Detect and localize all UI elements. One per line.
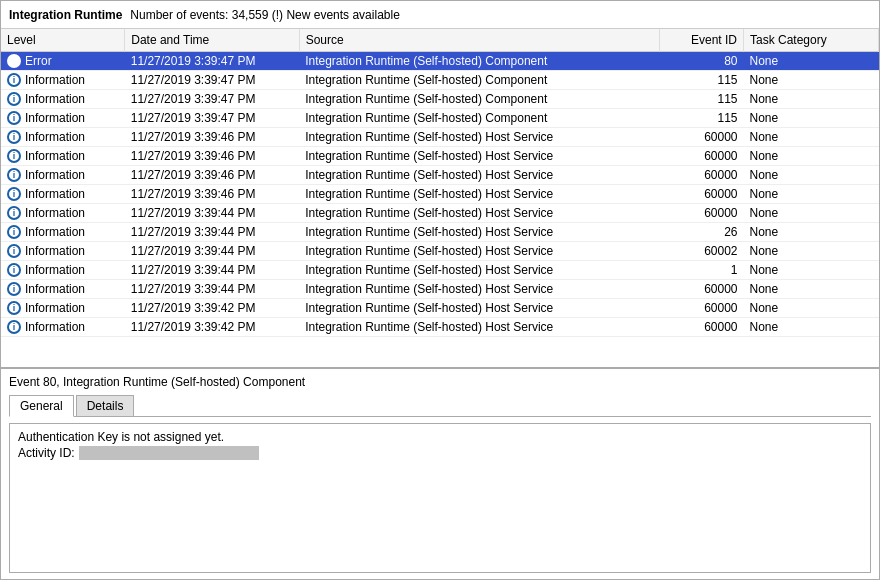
cell-level: iInformation: [1, 128, 125, 147]
level-text: Information: [25, 320, 85, 334]
info-icon: i: [7, 187, 21, 201]
cell-eventid: 60000: [659, 185, 743, 204]
detail-title: Event 80, Integration Runtime (Self-host…: [9, 375, 871, 389]
cell-source: Integration Runtime (Self-hosted) Host S…: [299, 147, 659, 166]
level-text: Information: [25, 282, 85, 296]
cell-taskcategory: None: [744, 242, 879, 261]
cell-taskcategory: None: [744, 261, 879, 280]
cell-level: iInformation: [1, 299, 125, 318]
cell-datetime: 11/27/2019 3:39:46 PM: [125, 147, 299, 166]
col-header-datetime[interactable]: Date and Time: [125, 29, 299, 52]
cell-eventid: 115: [659, 90, 743, 109]
info-icon: i: [7, 244, 21, 258]
col-header-eventid[interactable]: Event ID: [659, 29, 743, 52]
table-row[interactable]: iInformation11/27/2019 3:39:42 PMIntegra…: [1, 318, 879, 337]
cell-eventid: 60000: [659, 204, 743, 223]
cell-source: Integration Runtime (Self-hosted) Host S…: [299, 204, 659, 223]
activity-id-row: Activity ID:: [18, 446, 862, 460]
cell-source: Integration Runtime (Self-hosted) Host S…: [299, 318, 659, 337]
cell-taskcategory: None: [744, 128, 879, 147]
cell-level: iInformation: [1, 261, 125, 280]
cell-taskcategory: None: [744, 166, 879, 185]
col-header-level[interactable]: Level: [1, 29, 125, 52]
info-icon: i: [7, 149, 21, 163]
cell-datetime: 11/27/2019 3:39:47 PM: [125, 52, 299, 71]
table-row[interactable]: iInformation11/27/2019 3:39:46 PMIntegra…: [1, 166, 879, 185]
tab-details[interactable]: Details: [76, 395, 135, 417]
table-row[interactable]: iInformation11/27/2019 3:39:44 PMIntegra…: [1, 280, 879, 299]
table-row[interactable]: iInformation11/27/2019 3:39:44 PMIntegra…: [1, 204, 879, 223]
events-table: Level Date and Time Source Event ID Task…: [1, 29, 879, 337]
cell-level: ✕Error: [1, 52, 125, 71]
cell-eventid: 60000: [659, 128, 743, 147]
table-header-row: Level Date and Time Source Event ID Task…: [1, 29, 879, 52]
table-row[interactable]: iInformation11/27/2019 3:39:47 PMIntegra…: [1, 109, 879, 128]
detail-line1: Authentication Key is not assigned yet.: [18, 430, 862, 444]
cell-datetime: 11/27/2019 3:39:47 PM: [125, 71, 299, 90]
cell-taskcategory: None: [744, 90, 879, 109]
info-icon: i: [7, 130, 21, 144]
table-row[interactable]: iInformation11/27/2019 3:39:42 PMIntegra…: [1, 299, 879, 318]
detail-area: Event 80, Integration Runtime (Self-host…: [1, 369, 879, 579]
cell-source: Integration Runtime (Self-hosted) Host S…: [299, 299, 659, 318]
cell-level: iInformation: [1, 280, 125, 299]
table-row[interactable]: iInformation11/27/2019 3:39:44 PMIntegra…: [1, 223, 879, 242]
col-header-source[interactable]: Source: [299, 29, 659, 52]
cell-datetime: 11/27/2019 3:39:44 PM: [125, 242, 299, 261]
table-row[interactable]: ✕Error11/27/2019 3:39:47 PMIntegration R…: [1, 52, 879, 71]
cell-taskcategory: None: [744, 147, 879, 166]
cell-taskcategory: None: [744, 223, 879, 242]
table-row[interactable]: iInformation11/27/2019 3:39:44 PMIntegra…: [1, 242, 879, 261]
table-row[interactable]: iInformation11/27/2019 3:39:46 PMIntegra…: [1, 128, 879, 147]
info-icon: i: [7, 168, 21, 182]
cell-datetime: 11/27/2019 3:39:44 PM: [125, 261, 299, 280]
info-icon: i: [7, 263, 21, 277]
cell-datetime: 11/27/2019 3:39:42 PM: [125, 318, 299, 337]
cell-source: Integration Runtime (Self-hosted) Host S…: [299, 242, 659, 261]
level-text: Information: [25, 301, 85, 315]
cell-taskcategory: None: [744, 204, 879, 223]
title-bar: Integration Runtime Number of events: 34…: [1, 1, 879, 29]
table-row[interactable]: iInformation11/27/2019 3:39:46 PMIntegra…: [1, 147, 879, 166]
cell-datetime: 11/27/2019 3:39:44 PM: [125, 223, 299, 242]
info-icon: i: [7, 225, 21, 239]
cell-source: Integration Runtime (Self-hosted) Host S…: [299, 185, 659, 204]
table-row[interactable]: iInformation11/27/2019 3:39:44 PMIntegra…: [1, 261, 879, 280]
cell-taskcategory: None: [744, 318, 879, 337]
error-icon: ✕: [7, 54, 21, 68]
cell-eventid: 115: [659, 71, 743, 90]
detail-tabs: General Details: [9, 395, 871, 417]
cell-taskcategory: None: [744, 71, 879, 90]
cell-taskcategory: None: [744, 185, 879, 204]
detail-content-box: Authentication Key is not assigned yet. …: [9, 423, 871, 573]
table-row[interactable]: iInformation11/27/2019 3:39:46 PMIntegra…: [1, 185, 879, 204]
table-row[interactable]: iInformation11/27/2019 3:39:47 PMIntegra…: [1, 90, 879, 109]
cell-eventid: 80: [659, 52, 743, 71]
level-text: Error: [25, 54, 52, 68]
level-text: Information: [25, 92, 85, 106]
info-icon: i: [7, 301, 21, 315]
info-icon: i: [7, 206, 21, 220]
level-text: Information: [25, 168, 85, 182]
events-table-container[interactable]: Level Date and Time Source Event ID Task…: [1, 29, 879, 369]
cell-datetime: 11/27/2019 3:39:46 PM: [125, 166, 299, 185]
cell-datetime: 11/27/2019 3:39:42 PM: [125, 299, 299, 318]
level-text: Information: [25, 187, 85, 201]
cell-source: Integration Runtime (Self-hosted) Compon…: [299, 52, 659, 71]
col-header-taskcategory[interactable]: Task Category: [744, 29, 879, 52]
cell-source: Integration Runtime (Self-hosted) Compon…: [299, 109, 659, 128]
cell-taskcategory: None: [744, 52, 879, 71]
tab-general[interactable]: General: [9, 395, 74, 417]
activity-id-value: [79, 446, 259, 460]
cell-datetime: 11/27/2019 3:39:46 PM: [125, 185, 299, 204]
info-icon: i: [7, 282, 21, 296]
cell-level: iInformation: [1, 109, 125, 128]
table-row[interactable]: iInformation11/27/2019 3:39:47 PMIntegra…: [1, 71, 879, 90]
cell-level: iInformation: [1, 204, 125, 223]
cell-taskcategory: None: [744, 109, 879, 128]
info-icon: i: [7, 73, 21, 87]
level-text: Information: [25, 263, 85, 277]
level-text: Information: [25, 149, 85, 163]
cell-level: iInformation: [1, 318, 125, 337]
cell-source: Integration Runtime (Self-hosted) Host S…: [299, 166, 659, 185]
